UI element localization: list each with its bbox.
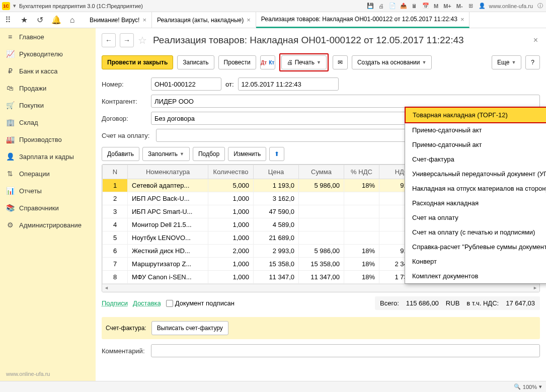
sidebar-item-admin[interactable]: ⚙Администрирование (0, 216, 96, 233)
col-n[interactable]: N (103, 165, 128, 179)
chart-icon: 📈 (6, 50, 14, 58)
create-based-button[interactable]: Создать на основании▼ (352, 55, 432, 69)
sidebar-item-main[interactable]: ≡Главное (0, 28, 96, 45)
app-title: Бухгалтерия предприятия 3.0 (1С:Предприя… (19, 3, 143, 9)
sidebar-item-label: Производство (19, 136, 62, 143)
home-button[interactable]: ⌂ (64, 12, 81, 28)
export-icon[interactable]: 📤 (400, 2, 408, 10)
cell-n: 1 (103, 179, 128, 192)
zoom-caret-icon[interactable]: ▾ (539, 383, 542, 390)
save-icon[interactable]: 💾 (366, 2, 374, 10)
tab-1[interactable]: Реализация (акты, накладные) × (152, 12, 256, 28)
sidebar-item-label: Отчеты (19, 187, 42, 195)
close-icon[interactable]: × (142, 16, 146, 24)
close-page-button[interactable]: × (533, 36, 540, 45)
print-menu-item-torg12[interactable]: Товарная накладная (ТОРГ-12) (405, 107, 546, 123)
sidebar-item-purchases[interactable]: 🛒Покупки (0, 97, 96, 114)
col-vatp[interactable]: % НДС (344, 165, 379, 179)
sidebar-item-catalogs[interactable]: 📚Справочники (0, 199, 96, 216)
col-qty[interactable]: Количество (208, 165, 254, 179)
number-input[interactable]: ОН01-000122 (151, 77, 221, 91)
post-close-button[interactable]: Провести и закрыть (102, 55, 173, 69)
print-menu-item[interactable]: Приемо-сдаточный акт (405, 123, 546, 137)
fill-button[interactable]: Заполнить▼ (142, 147, 190, 161)
forward-button[interactable]: → (120, 33, 134, 47)
print-menu-item[interactable]: Счет-фактура (405, 152, 546, 167)
cell-price: 47 590,0 (254, 205, 299, 218)
sidebar-item-operations[interactable]: ⇅Операции (0, 165, 96, 182)
calc-icon[interactable]: 🖩 (411, 2, 419, 10)
panel-icon[interactable]: ⊞ (467, 2, 475, 10)
print-menu-item[interactable]: Справка-расчет "Рублевые суммы документа… (405, 240, 546, 254)
col-price[interactable]: Цена (254, 165, 299, 179)
cell-price: 1 193,0 (254, 179, 299, 192)
doc-icon[interactable]: 📄 (388, 2, 397, 10)
sidebar-item-warehouse[interactable]: 🏢Склад (0, 114, 96, 131)
date-input[interactable]: 12.05.2017 11:22:43 (238, 77, 339, 91)
sidebar-item-manager[interactable]: 📈Руководителю (0, 45, 96, 62)
col-sum[interactable]: Сумма (299, 165, 344, 179)
favorites-button[interactable]: ★ (16, 12, 32, 28)
favorite-star-icon[interactable]: ☆ (138, 34, 147, 46)
m-minus-button[interactable]: M- (455, 3, 464, 9)
print-menu-item[interactable]: Приемо-сдаточный акт (405, 137, 546, 152)
zoom-icon[interactable]: 🔍 (514, 383, 521, 390)
post-button[interactable]: Провести (218, 55, 256, 69)
cell-qty: 5,000 (208, 179, 254, 192)
cell-n: 8 (103, 271, 128, 284)
comment-input[interactable] (151, 344, 540, 357)
apps-button[interactable]: ⠿ (0, 12, 16, 28)
m-plus-button[interactable]: M+ (442, 3, 452, 9)
print-icon[interactable]: 🖨 (377, 2, 385, 10)
col-name[interactable]: Номенклатура (128, 165, 208, 179)
print-menu-item[interactable]: Счет на оплату (405, 210, 546, 225)
sidebar-item-reports[interactable]: 📊Отчеты (0, 182, 96, 199)
signatures-link[interactable]: Подписи (102, 299, 128, 307)
pick-button[interactable]: Подбор (193, 147, 225, 161)
print-menu-item[interactable]: Комплект документов (405, 269, 546, 283)
edit-button[interactable]: Изменить (228, 147, 266, 161)
cell-name: Маршрутизатор Z... (128, 258, 208, 271)
m-button[interactable]: M (433, 3, 439, 9)
cell-qty: 1,000 (208, 231, 254, 245)
notifications-button[interactable]: 🔔 (48, 12, 64, 28)
tab-0[interactable]: Внимание! Вирус! × (85, 12, 152, 28)
signed-checkbox[interactable]: Документ подписан (166, 299, 235, 307)
print-menu-item[interactable]: Счет на оплату (с печатью и подписями) (405, 225, 546, 240)
sidebar-item-bank[interactable]: ₽Банк и касса (0, 62, 96, 80)
print-menu-item[interactable]: Накладная на отпуск материалов на сторон… (405, 181, 546, 196)
print-menu-item[interactable]: Универсальный передаточный документ (УПД… (405, 167, 546, 181)
report-icon: 📊 (6, 187, 14, 195)
horizontal-scrollbar[interactable] (102, 284, 539, 292)
calendar-icon[interactable]: 📅 (422, 2, 430, 10)
dropdown-icon[interactable]: ▾ (13, 3, 16, 9)
history-button[interactable]: ↺ (32, 12, 48, 28)
bag-icon: 🛍 (6, 84, 14, 92)
sidebar-item-hr[interactable]: 👤Зарплата и кадры (0, 148, 96, 165)
move-up-button[interactable]: ⬆ (269, 147, 284, 161)
delivery-link[interactable]: Доставка (133, 299, 161, 307)
email-button[interactable]: ✉ (333, 55, 348, 69)
add-button[interactable]: Добавить (102, 147, 139, 161)
cell-name: ИБП APC Smart-U... (128, 205, 208, 218)
info-icon[interactable]: ⓘ (536, 2, 544, 10)
save-button[interactable]: Записать (177, 55, 214, 69)
close-icon[interactable]: × (247, 16, 251, 24)
cell-qty: 1,000 (208, 271, 254, 284)
close-icon[interactable]: × (460, 16, 464, 23)
more-button[interactable]: Еще▼ (492, 55, 521, 69)
help-button[interactable]: ? (525, 55, 540, 69)
print-menu-item[interactable]: Расходная накладная (405, 196, 546, 210)
dt-kt-button[interactable]: ДтКт (260, 55, 275, 69)
cell-vatp: 18% (344, 271, 379, 284)
sidebar-item-production[interactable]: 🏭Производство (0, 131, 96, 148)
tab-2[interactable]: Реализация товаров: Накладная ОН01-00012… (256, 12, 470, 28)
create-sf-button[interactable]: Выписать счет-фактуру (151, 321, 228, 335)
print-menu-item[interactable]: Конверт (405, 254, 546, 269)
print-button[interactable]: 🖨Печать▼ (281, 55, 327, 69)
counterparty-input[interactable]: ЛИДЕР ООО (151, 95, 540, 108)
vat-value: 17 647,03 (506, 299, 535, 307)
sidebar-item-sales[interactable]: 🛍Продажи (0, 80, 96, 97)
cell-qty: 1,000 (208, 192, 254, 205)
back-button[interactable]: ← (102, 33, 116, 47)
